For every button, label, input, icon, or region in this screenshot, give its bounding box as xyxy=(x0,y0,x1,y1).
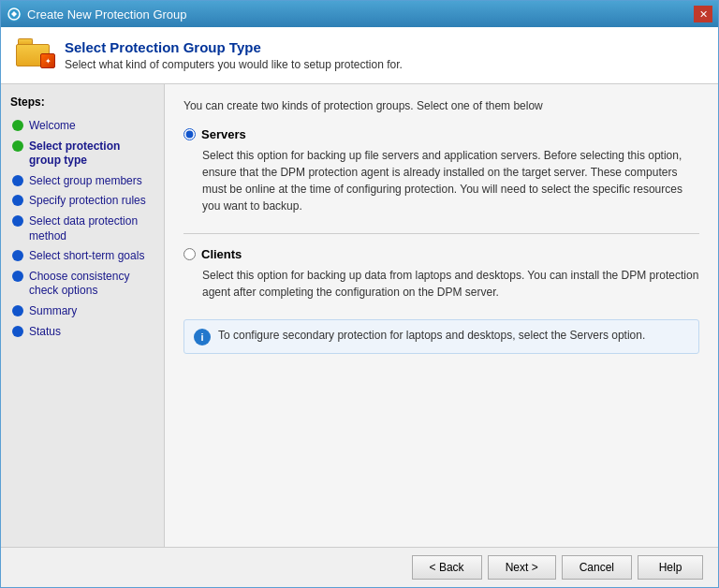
servers-option-row: Servers xyxy=(183,127,699,141)
clients-label[interactable]: Clients xyxy=(201,247,242,261)
content-intro: You can create two kinds of protection g… xyxy=(183,99,699,112)
sidebar-item-short-term[interactable]: Select short-term goals xyxy=(10,246,154,267)
sidebar: Steps: Welcome Select protection group t… xyxy=(1,84,165,547)
servers-option-group: Servers Select this option for backing u… xyxy=(183,127,699,214)
dot-data-protection xyxy=(12,215,23,227)
main-content: Steps: Welcome Select protection group t… xyxy=(1,84,718,547)
clients-description: Select this option for backing up data f… xyxy=(202,267,699,301)
header-text: Select Protection Group Type Select what… xyxy=(65,39,403,71)
sidebar-label-members: Select group members xyxy=(29,174,142,189)
header-title: Select Protection Group Type xyxy=(65,39,403,55)
servers-description: Select this option for backing up file s… xyxy=(202,147,699,214)
sidebar-item-group-type[interactable]: Select protection group type xyxy=(10,137,154,171)
header-icon xyxy=(16,38,53,72)
window-title: Create New Protection Group xyxy=(27,7,187,22)
dot-group-type xyxy=(12,140,23,152)
dot-rules xyxy=(12,195,23,206)
sidebar-item-rules[interactable]: Specify protection rules xyxy=(10,191,154,212)
dot-members xyxy=(12,175,23,186)
footer: < Back Next > Cancel Help xyxy=(1,547,718,587)
title-bar: Create New Protection Group ✕ xyxy=(1,1,718,27)
header-subtitle: Select what kind of computers you would … xyxy=(65,58,403,71)
content-area: You can create two kinds of protection g… xyxy=(165,84,718,547)
sidebar-label-short-term: Select short-term goals xyxy=(29,249,144,264)
sidebar-item-data-protection[interactable]: Select data protection method xyxy=(10,212,154,246)
servers-radio[interactable] xyxy=(183,128,196,140)
back-button[interactable]: < Back xyxy=(412,555,482,580)
sidebar-item-consistency[interactable]: Choose consistency check options xyxy=(10,267,154,301)
clients-option-row: Clients xyxy=(183,247,699,261)
sidebar-label-welcome: Welcome xyxy=(29,119,76,134)
clients-option-group: Clients Select this option for backing u… xyxy=(183,247,699,301)
dot-status xyxy=(12,326,23,337)
dot-summary xyxy=(12,305,23,316)
next-button[interactable]: Next > xyxy=(488,555,556,580)
app-icon xyxy=(7,7,22,22)
sidebar-label-consistency: Choose consistency check options xyxy=(29,270,153,299)
info-icon: i xyxy=(194,329,211,345)
title-bar-left: Create New Protection Group xyxy=(7,7,187,22)
sidebar-label-group-type: Select protection group type xyxy=(29,140,153,169)
divider xyxy=(183,233,699,234)
dot-short-term xyxy=(12,250,23,261)
dot-consistency xyxy=(12,271,23,282)
main-window: Create New Protection Group ✕ Select Pro… xyxy=(0,0,719,588)
dot-welcome xyxy=(12,120,23,131)
help-button[interactable]: Help xyxy=(638,555,703,580)
sidebar-item-status[interactable]: Status xyxy=(10,322,154,343)
cancel-button[interactable]: Cancel xyxy=(562,555,632,580)
sidebar-label-summary: Summary xyxy=(29,304,77,319)
clients-radio[interactable] xyxy=(183,248,196,260)
sidebar-item-welcome[interactable]: Welcome xyxy=(10,116,154,137)
steps-label: Steps: xyxy=(10,96,154,109)
sidebar-label-status: Status xyxy=(29,325,61,340)
sidebar-label-rules: Specify protection rules xyxy=(29,194,146,209)
info-box: i To configure secondary protection for … xyxy=(183,319,699,354)
close-button[interactable]: ✕ xyxy=(694,6,712,22)
sidebar-label-data-protection: Select data protection method xyxy=(29,214,153,243)
header-section: Select Protection Group Type Select what… xyxy=(1,27,718,84)
sidebar-item-summary[interactable]: Summary xyxy=(10,301,154,322)
info-text: To configure secondary protection for la… xyxy=(218,328,645,344)
servers-label[interactable]: Servers xyxy=(201,127,246,141)
sidebar-item-members[interactable]: Select group members xyxy=(10,171,154,192)
